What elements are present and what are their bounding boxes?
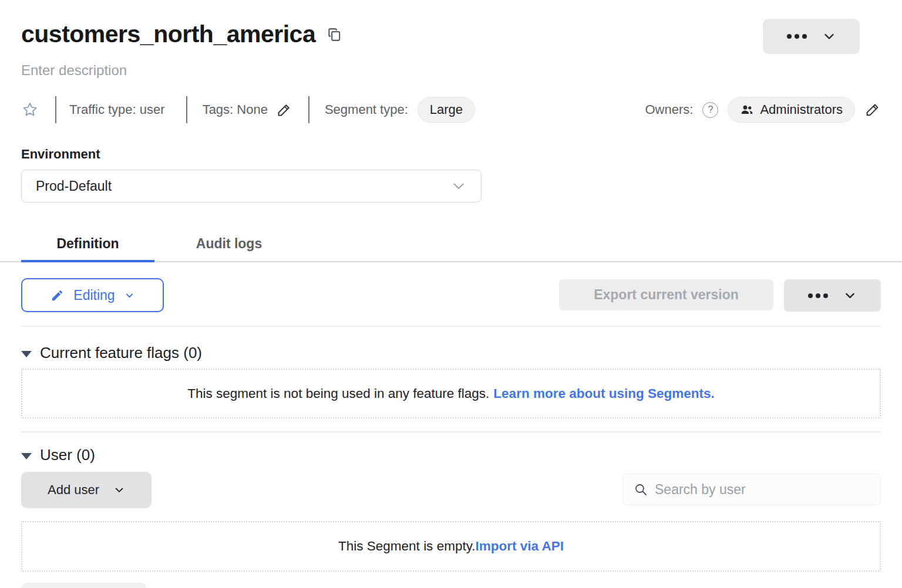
editing-label: Editing [73,288,115,303]
segment-type-label: Segment type: [325,102,408,117]
definition-toolbar: Editing Export current version [21,278,881,312]
collapse-triangle-icon [21,351,32,357]
tab-bar: Definition Audit logs [0,226,902,262]
favorite-star-icon[interactable] [21,101,39,119]
divider [21,431,881,432]
divider [186,96,187,123]
segment-empty-text: This Segment is empty. [338,539,475,554]
feature-flags-section-header[interactable]: Current feature flags (0) [21,344,202,362]
divider [21,326,881,327]
traffic-type-label: Traffic type: user [69,102,165,117]
owners-label: Owners: [645,102,693,117]
help-icon[interactable]: ? [702,102,718,118]
copy-icon[interactable] [327,27,342,42]
segment-type-badge: Large [418,97,475,123]
owners-group: Owners: ? Administrators [645,97,881,123]
user-section-header[interactable]: User (0) [21,446,95,464]
title-row: customers_north_america [21,15,881,53]
user-search-box [622,474,881,505]
chevron-down-icon [822,29,836,43]
search-icon [634,482,648,496]
feature-flags-empty-state: This segment is not being used in any fe… [21,369,881,418]
ellipsis-icon [808,293,828,298]
group-icon [740,103,754,117]
header-more-menu-button[interactable] [763,19,860,54]
divider [308,96,309,123]
environment-select[interactable]: Prod-Default [21,170,482,202]
definition-more-menu-button[interactable] [784,279,881,312]
pencil-icon [51,289,64,302]
edit-tags-pencil-icon[interactable] [276,102,292,118]
meta-row: Traffic type: user Tags: None Segment ty… [21,96,881,124]
edit-owners-pencil-icon[interactable] [864,102,881,118]
environment-label: Environment [21,147,100,162]
export-current-version-button[interactable]: Export current version [559,279,773,310]
import-via-api-link[interactable]: Import via API [475,539,563,554]
divider [55,96,56,123]
user-heading: User (0) [40,446,95,464]
feature-flags-heading: Current feature flags (0) [40,344,202,362]
chevron-down-icon [843,289,857,302]
chevron-down-icon [124,290,134,300]
editing-mode-button[interactable]: Editing [21,278,164,312]
ellipsis-icon [787,34,807,39]
tab-audit-logs[interactable]: Audit logs [176,226,282,261]
owners-value: Administrators [760,102,843,117]
segment-detail-page: customers_north_america Enter descriptio… [0,0,902,588]
chevron-down-icon [450,178,467,194]
add-user-label: Add user [48,482,99,498]
tags-label: Tags: None [203,102,268,117]
page-title: customers_north_america [21,15,315,53]
add-user-button[interactable]: Add user [21,472,152,508]
environment-selected-value: Prod-Default [36,178,112,194]
owners-badge[interactable]: Administrators [728,97,855,123]
chevron-down-icon [113,484,125,496]
segment-empty-state: This Segment is empty. Import via API [21,521,881,572]
tab-definition[interactable]: Definition [21,226,154,261]
collapse-triangle-icon [21,453,32,459]
search-by-user-input[interactable] [655,482,870,498]
description-placeholder[interactable]: Enter description [21,62,127,79]
feature-flags-empty-text: This segment is not being used in any fe… [187,386,489,401]
learn-more-link[interactable]: Learn more about using Segments. [493,386,714,401]
cutoff-bottom-button[interactable] [21,583,147,588]
